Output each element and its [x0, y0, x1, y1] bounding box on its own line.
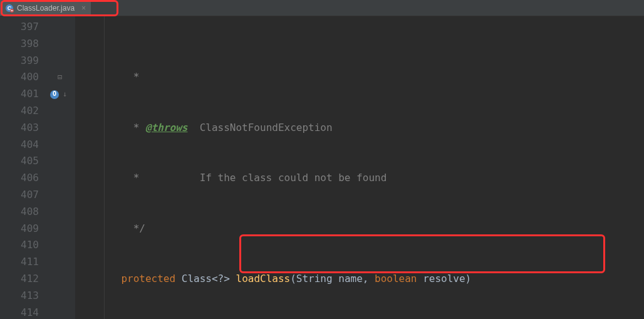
line-number-gutter: 397 398 399 400 401 402 403 404 405 406 … [0, 16, 45, 319]
code-line: * If the class could not be found [79, 170, 644, 187]
line-number: 410 [5, 237, 39, 254]
line-number: 399 [5, 53, 39, 70]
line-number: 411 [5, 254, 39, 271]
code-line: protected Class<?> loadClass(String name… [79, 271, 644, 288]
editor-tab[interactable]: C ClassLoader.java × [0, 0, 91, 16]
annotation-box-code [239, 234, 605, 273]
code-line: */ [79, 221, 644, 238]
close-icon[interactable]: × [81, 4, 86, 13]
line-number: 404 [5, 137, 39, 154]
line-number: 406 [5, 170, 39, 187]
override-gutter-icon[interactable]: O [50, 90, 59, 99]
line-number: 413 [5, 288, 39, 305]
fold-handle-icon[interactable]: ⊟ [58, 69, 62, 86]
line-number: 412 [5, 271, 39, 288]
line-number: 398 [5, 36, 39, 53]
line-number: 401 [5, 86, 39, 103]
class-file-icon: C [5, 4, 14, 13]
line-number: 405 [5, 153, 39, 170]
gutter-icon-column: ⊟ O↓ [45, 16, 75, 319]
editor[interactable]: 397 398 399 400 401 402 403 404 405 406 … [0, 16, 644, 319]
line-number: 400 [5, 69, 39, 86]
line-number: 402 [5, 103, 39, 120]
code-line: * @throws ClassNotFoundException [79, 120, 644, 137]
line-number: 408 [5, 204, 39, 221]
line-number: 407 [5, 187, 39, 204]
code-area[interactable]: * * @throws ClassNotFoundException * If … [75, 16, 644, 319]
line-number: 409 [5, 221, 39, 238]
line-number: 403 [5, 120, 39, 137]
tab-filename: ClassLoader.java [17, 4, 75, 13]
chevron-down-icon: ↓ [63, 86, 67, 103]
code-line: * [79, 69, 644, 86]
line-number: 414 [5, 305, 39, 319]
tab-bar: C ClassLoader.java × [0, 0, 644, 16]
line-number: 397 [5, 19, 39, 36]
svg-rect-3 [11, 10, 13, 11]
